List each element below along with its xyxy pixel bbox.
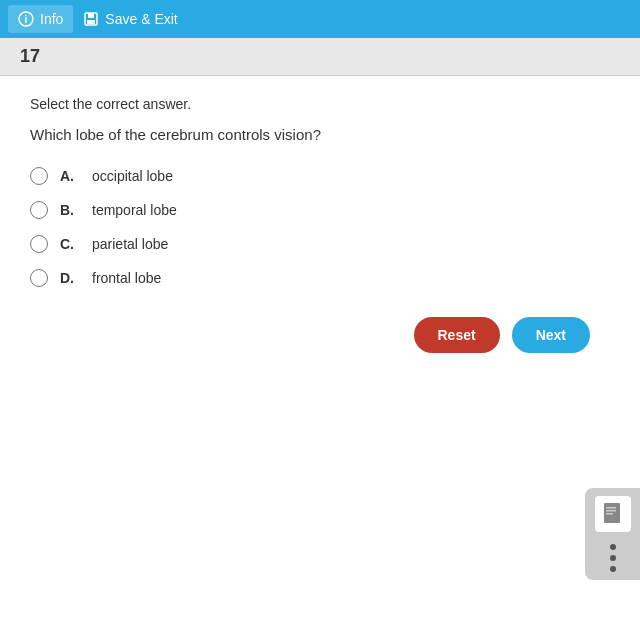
option-d-text: frontal lobe <box>92 270 161 286</box>
dot-2 <box>610 555 616 561</box>
option-b[interactable]: B. temporal lobe <box>30 201 610 219</box>
buttons-row: Reset Next <box>30 317 610 353</box>
save-icon <box>83 11 99 27</box>
option-c-text: parietal lobe <box>92 236 168 252</box>
reset-button[interactable]: Reset <box>414 317 500 353</box>
info-icon: i <box>18 11 34 27</box>
options-list: A. occipital lobe B. temporal lobe C. pa… <box>30 167 610 287</box>
option-c-letter: C. <box>60 236 84 252</box>
side-panel <box>585 488 640 580</box>
svg-rect-7 <box>606 510 616 512</box>
question-number: 17 <box>20 46 40 67</box>
svg-rect-3 <box>88 13 94 18</box>
side-panel-doc-icon[interactable] <box>595 496 631 532</box>
option-d-letter: D. <box>60 270 84 286</box>
option-c[interactable]: C. parietal lobe <box>30 235 610 253</box>
svg-rect-8 <box>606 513 613 515</box>
instruction-text: Select the correct answer. <box>30 96 610 112</box>
question-number-bar: 17 <box>0 38 640 76</box>
svg-text:i: i <box>25 14 28 25</box>
main-content: Select the correct answer. Which lobe of… <box>0 76 640 373</box>
question-text: Which lobe of the cerebrum controls visi… <box>30 126 610 143</box>
info-label: Info <box>40 11 63 27</box>
option-b-letter: B. <box>60 202 84 218</box>
option-a-letter: A. <box>60 168 84 184</box>
save-exit-button[interactable]: Save & Exit <box>73 5 187 33</box>
option-d[interactable]: D. frontal lobe <box>30 269 610 287</box>
dot-3 <box>610 566 616 572</box>
radio-d[interactable] <box>30 269 48 287</box>
dot-1 <box>610 544 616 550</box>
option-a[interactable]: A. occipital lobe <box>30 167 610 185</box>
radio-b[interactable] <box>30 201 48 219</box>
save-exit-label: Save & Exit <box>105 11 177 27</box>
next-button[interactable]: Next <box>512 317 590 353</box>
top-nav: i Info Save & Exit <box>0 0 640 38</box>
option-a-text: occipital lobe <box>92 168 173 184</box>
side-dots <box>610 544 616 572</box>
info-button[interactable]: i Info <box>8 5 73 33</box>
radio-c[interactable] <box>30 235 48 253</box>
svg-rect-6 <box>606 507 616 509</box>
svg-rect-4 <box>87 20 95 24</box>
radio-a[interactable] <box>30 167 48 185</box>
option-b-text: temporal lobe <box>92 202 177 218</box>
